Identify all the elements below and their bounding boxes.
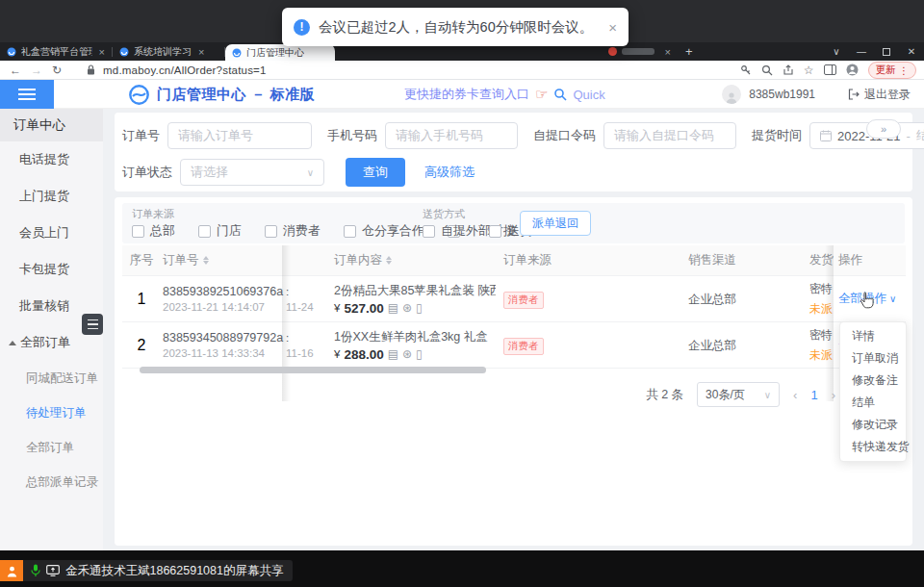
menu-item-edit-history[interactable]: 修改记录 bbox=[840, 414, 906, 436]
advanced-filter-link[interactable]: 高级筛选 bbox=[424, 164, 475, 181]
menu-item-details[interactable]: 详情 bbox=[840, 325, 906, 347]
distribution-icon[interactable]: ⊛ bbox=[402, 347, 412, 361]
sort-icon[interactable] bbox=[203, 256, 209, 265]
reload-icon[interactable]: ↻ bbox=[52, 64, 62, 77]
tab-close-icon[interactable]: × bbox=[99, 46, 105, 58]
end-date-placeholder: 结束日期 bbox=[916, 127, 924, 144]
ship-status-cell: 密特 未派 bbox=[809, 327, 834, 364]
zoom-icon[interactable] bbox=[761, 64, 773, 76]
phone-input[interactable]: 请输入手机号码 bbox=[385, 122, 518, 149]
source-tag: 消费者 bbox=[503, 338, 544, 355]
sidebar-item-pending-orders[interactable]: 待处理订单 bbox=[0, 396, 103, 430]
bookmark-star-icon[interactable]: ☆ bbox=[804, 64, 814, 77]
tab-search-icon[interactable]: ∨ bbox=[824, 46, 849, 57]
brand: 门店管理中心 － 标准版 bbox=[129, 80, 315, 109]
main-content: 订单号 请输入订单号 手机号码 请输入手机号码 自提口令码 请输入自提口令码 提… bbox=[103, 109, 924, 550]
tab-label: 系统培训学习 bbox=[134, 45, 192, 59]
checkbox-icon bbox=[132, 225, 144, 238]
clipped-date-cell: : 11-16 bbox=[280, 332, 330, 359]
sidebar-collapse-handle[interactable] bbox=[82, 314, 103, 335]
sort-icon[interactable] bbox=[386, 256, 392, 265]
currency-symbol: ¥ bbox=[334, 348, 340, 360]
chrome-update-button[interactable]: 更新 ⋮ bbox=[868, 62, 917, 79]
tab-label: 门店管理中心 bbox=[246, 46, 304, 60]
browser-tab-2[interactable]: 系统培训学习 × bbox=[113, 42, 224, 61]
checkbox-source-consumer[interactable]: 消费者 bbox=[265, 222, 321, 240]
toast-close-icon[interactable]: × bbox=[608, 19, 617, 36]
next-page-button[interactable]: › bbox=[832, 388, 835, 402]
current-page[interactable]: 1 bbox=[810, 388, 817, 402]
logout-button[interactable]: 退出登录 bbox=[848, 87, 911, 103]
quick-search-icon[interactable] bbox=[553, 88, 567, 101]
ship-status-cell: 密特 未派 bbox=[809, 281, 834, 318]
prev-page-button[interactable]: ‹ bbox=[793, 388, 797, 402]
sidebar-item-member-visit[interactable]: 会员上门 bbox=[0, 215, 103, 251]
microphone-icon bbox=[31, 564, 40, 577]
forward-icon[interactable]: → bbox=[31, 64, 42, 77]
menu-item-express-ship[interactable]: 转快递发货 bbox=[840, 436, 906, 458]
password-key-icon[interactable] bbox=[740, 64, 752, 76]
meeting-toast: ! 会议已超过2人，自动转为60分钟限时会议。 × bbox=[282, 8, 629, 46]
address-bar-actions: ☆ 更新 ⋮ bbox=[740, 62, 924, 79]
clipped-date-cell: : 11-24 bbox=[280, 286, 330, 313]
sidebar-item-door-pickup[interactable]: 上门提货 bbox=[0, 178, 103, 215]
user-avatar bbox=[722, 85, 741, 104]
tab-close-icon[interactable]: × bbox=[198, 46, 204, 58]
side-panel-icon[interactable] bbox=[824, 64, 836, 75]
sidebar-item-card-pickup[interactable]: 卡包提货 bbox=[0, 251, 103, 288]
table-row: 1 83859389251069376a 2023-11-21 14:14:07… bbox=[122, 276, 906, 322]
query-button[interactable]: 查询 bbox=[346, 158, 405, 187]
close-window-button[interactable]: ✕ bbox=[899, 46, 924, 57]
browser-address-bar: ← → ↻ md.maboy.cn/AllOrder?status=1 ☆ 更新… bbox=[0, 61, 924, 80]
col-content[interactable]: 订单内容 bbox=[330, 252, 496, 268]
dispatch-return-button[interactable]: 派单退回 bbox=[520, 211, 591, 236]
browser-tab-1[interactable]: 礼盒营销平台管理中心 × bbox=[0, 42, 112, 61]
update-label: 更新 bbox=[876, 64, 896, 77]
sidebar-toggle-button[interactable] bbox=[0, 80, 54, 109]
new-tab-button[interactable]: + bbox=[678, 42, 701, 61]
distribution-icon[interactable]: ⊛ bbox=[402, 301, 412, 315]
tab-label: 礼盒营销平台管理中心 bbox=[21, 45, 92, 59]
recording-dot-icon bbox=[608, 47, 617, 56]
menu-item-cancel-order[interactable]: 订单取消 bbox=[840, 347, 906, 370]
share-icon[interactable] bbox=[783, 64, 794, 76]
quick-link[interactable]: Quick bbox=[573, 88, 604, 102]
checkbox-delivery-pickup[interactable]: 自提 bbox=[423, 222, 466, 240]
mouse-cursor-icon bbox=[860, 292, 874, 309]
url-text[interactable]: md.maboy.cn/AllOrder?status=1 bbox=[103, 64, 267, 76]
back-icon[interactable]: ← bbox=[10, 64, 21, 77]
checkbox-source-store[interactable]: 门店 bbox=[198, 222, 242, 240]
pickup-code-input[interactable]: 请输入自提口令码 bbox=[603, 122, 736, 149]
status-select[interactable]: 请选择 ∨ bbox=[180, 159, 324, 186]
share-bar-text: 金禾通技术王斌18662591081的屏幕共享 bbox=[65, 563, 283, 579]
receipt-icon[interactable]: ▤ bbox=[388, 347, 398, 361]
chevron-down-icon: ∨ bbox=[307, 167, 314, 178]
browser-tab-active[interactable]: 门店管理中心 bbox=[225, 44, 335, 61]
maximize-button[interactable] bbox=[883, 48, 890, 56]
minimize-button[interactable]: — bbox=[849, 46, 874, 57]
col-order-no[interactable]: 订单号 bbox=[161, 252, 280, 268]
checkbox-source-warehouse-share[interactable]: 仓分享合作 bbox=[344, 222, 424, 240]
receipt-icon[interactable]: ▤ bbox=[388, 301, 398, 315]
sidebar-item-hq-dispatch[interactable]: 总部派单记录 bbox=[0, 465, 103, 499]
phone-icon[interactable]: ▯ bbox=[416, 347, 423, 361]
order-no-input[interactable]: 请输入订单号 bbox=[167, 122, 312, 149]
page-size-select[interactable]: 30条/页 ∨ bbox=[697, 382, 780, 407]
sidebar-item-city-delivery[interactable]: 同城配送订单 bbox=[0, 361, 103, 396]
collapse-filters-button[interactable]: » bbox=[866, 119, 901, 139]
profile-avatar-icon[interactable] bbox=[846, 64, 859, 76]
horizontal-scrollbar[interactable] bbox=[140, 367, 486, 373]
tab-close-icon[interactable]: × bbox=[665, 46, 671, 58]
menu-item-edit-remark[interactable]: 修改备注 bbox=[840, 370, 906, 392]
filter-panel: 订单号 请输入订单号 手机号码 请输入手机号码 自提口令码 请输入自提口令码 提… bbox=[115, 113, 912, 191]
sidebar-item-phone-pickup[interactable]: 电话提货 bbox=[0, 141, 103, 178]
phone-icon[interactable]: ▯ bbox=[416, 301, 423, 315]
header-user-area: 8385wb1991 退出登录 bbox=[722, 80, 911, 109]
checkbox-source-hq[interactable]: 总部 bbox=[132, 222, 175, 240]
menu-item-close-order[interactable]: 结单 bbox=[840, 392, 906, 414]
screen-share-chip[interactable]: 金禾通技术王斌18662591081的屏幕共享 bbox=[0, 560, 293, 581]
promo-link[interactable]: 更快捷的券卡查询入口 bbox=[404, 86, 529, 103]
promo-link-group: 更快捷的券卡查询入口 ☞ Quick bbox=[404, 80, 605, 109]
sidebar-item-all-orders[interactable]: 全部订单 bbox=[0, 430, 103, 465]
row-index: 1 bbox=[122, 291, 161, 308]
